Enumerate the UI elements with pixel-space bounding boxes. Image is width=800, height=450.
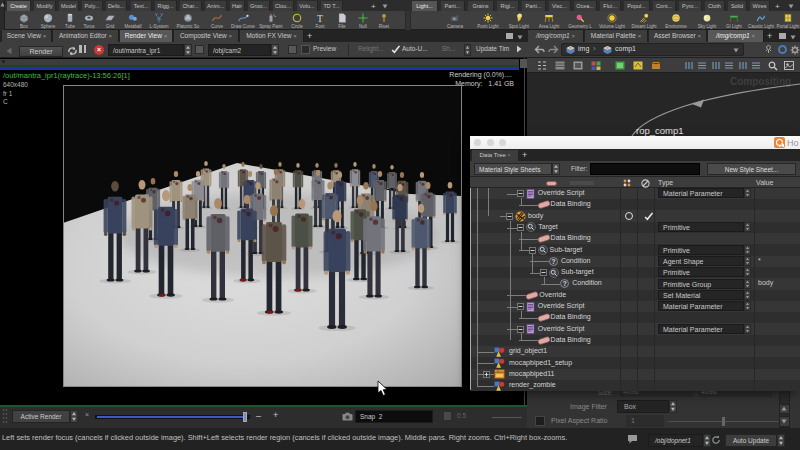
svg-text:T: T bbox=[317, 13, 323, 24]
